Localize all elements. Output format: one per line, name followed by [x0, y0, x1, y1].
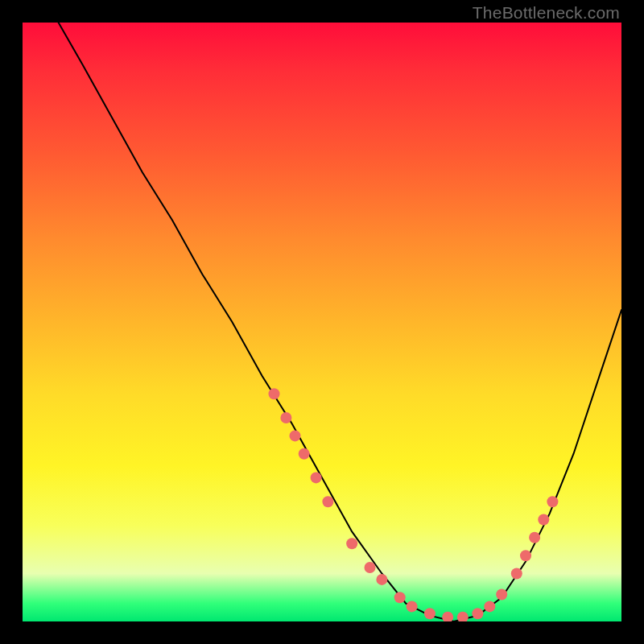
marker-dot: [496, 589, 507, 601]
marker-dot: [529, 532, 540, 543]
watermark-text: TheBottleneck.com: [473, 3, 620, 23]
marker-dot: [290, 430, 301, 441]
marker-dot: [311, 472, 322, 483]
marker-dot: [442, 612, 453, 621]
bottleneck-curve: [59, 23, 621, 621]
chart-root: TheBottleneck.com: [0, 0, 644, 644]
marker-dot: [394, 592, 406, 603]
marker-dot: [280, 412, 291, 423]
marker-dot: [346, 538, 357, 549]
marker-dot: [322, 496, 333, 507]
marker-dot: [376, 574, 387, 585]
marker-dot: [299, 448, 310, 460]
marker-dot: [538, 514, 549, 526]
marker-dot: [365, 562, 376, 573]
bottleneck-curve-path: [59, 23, 621, 621]
marker-dot: [547, 496, 558, 507]
marker-dot: [484, 601, 495, 612]
marker-dots: [269, 388, 559, 621]
marker-dot: [511, 568, 522, 580]
marker-dot: [457, 612, 469, 621]
marker-dot: [424, 608, 436, 619]
marker-dot: [407, 601, 418, 612]
marker-dot: [269, 388, 280, 399]
marker-dot: [472, 608, 483, 619]
curve-layer: [23, 23, 621, 621]
plot-area: [23, 23, 621, 621]
marker-dot: [520, 550, 531, 561]
